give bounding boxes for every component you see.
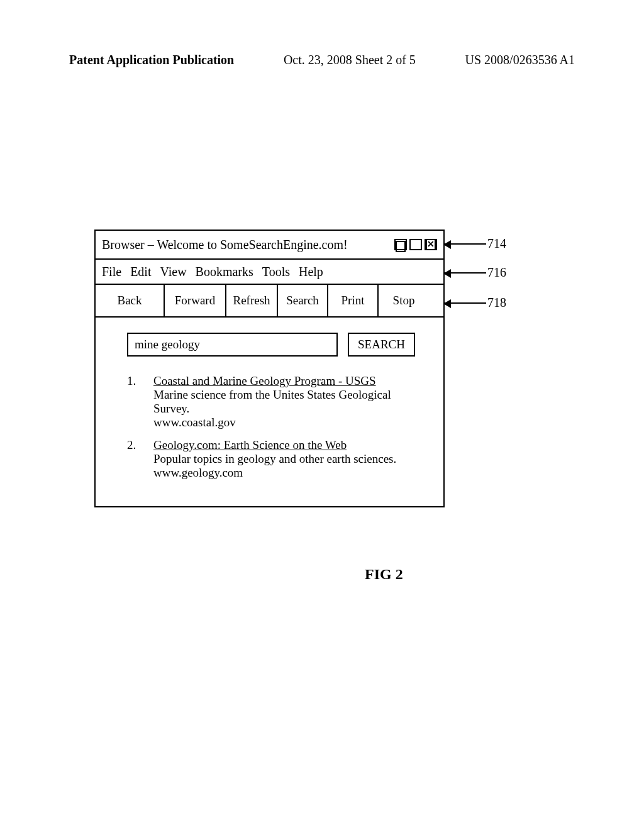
callout-label: 716 [487,265,506,280]
pub-label: Patent Application Publication [69,53,234,67]
menubar: File Edit View Bookmarks Tools Help [96,260,443,285]
titlebar: Browser – Welcome to SomeSearchEngine.co… [96,231,443,260]
menu-view[interactable]: View [160,265,186,279]
callout-714: 714 [445,236,506,251]
figure-label: FIG 2 [365,566,403,583]
list-item: 2. Geology.com: Earth Science on the Web… [127,438,428,480]
results-list: 1. Coastal and Marine Geology Program - … [127,374,428,480]
result-number: 2. [127,438,140,480]
pub-number: US 2008/0263536 A1 [465,53,575,67]
content-area: SEARCH 1. Coastal and Marine Geology Pro… [96,318,443,506]
menu-edit[interactable]: Edit [130,265,151,279]
arrow-icon [445,302,486,304]
minimize-icon[interactable] [394,239,407,250]
window-controls: ✕ [394,239,437,250]
result-title-link[interactable]: Coastal and Marine Geology Program - USG… [153,374,428,388]
refresh-button[interactable]: Refresh [226,285,278,316]
menu-bookmarks[interactable]: Bookmarks [196,265,253,279]
callout-label: 718 [487,296,506,310]
result-number: 1. [127,374,140,429]
menu-tools[interactable]: Tools [262,265,290,279]
search-input[interactable] [127,333,338,357]
callout-label: 714 [487,236,506,251]
stop-button[interactable]: Stop [379,285,429,316]
window-title: Browser – Welcome to SomeSearchEngine.co… [102,238,348,252]
forward-button[interactable]: Forward [165,285,226,316]
search-button[interactable]: Search [278,285,328,316]
callout-718: 718 [445,296,506,310]
callout-716: 716 [445,265,506,280]
search-row: SEARCH [127,333,428,357]
browser-window: Browser – Welcome to SomeSearchEngine.co… [94,230,445,507]
menu-file[interactable]: File [102,265,121,279]
result-url: www.geology.com [153,466,396,480]
close-icon[interactable]: ✕ [425,239,437,250]
result-url: www.coastal.gov [153,416,428,429]
result-description: Popular topics in geology and other eart… [153,452,396,466]
result-title-link[interactable]: Geology.com: Earth Science on the Web [153,438,396,452]
list-item: 1. Coastal and Marine Geology Program - … [127,374,428,429]
arrow-icon [445,243,486,245]
sheet-label: Oct. 23, 2008 Sheet 2 of 5 [284,53,416,67]
back-button[interactable]: Back [96,285,165,316]
menu-help[interactable]: Help [299,265,323,279]
maximize-icon[interactable] [409,239,422,250]
page-header: Patent Application Publication Oct. 23, … [69,53,575,67]
print-button[interactable]: Print [328,285,379,316]
result-description: Marine science from the Unites States Ge… [153,388,428,416]
toolbar: Back Forward Refresh Search Print Stop [96,285,443,318]
arrow-icon [445,272,486,274]
search-submit-button[interactable]: SEARCH [348,333,415,357]
